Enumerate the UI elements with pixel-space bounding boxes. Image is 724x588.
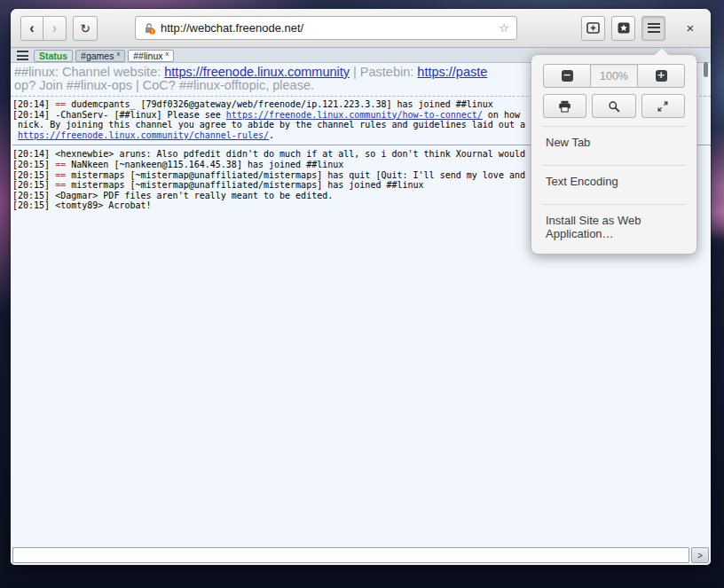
magnifier-icon: [608, 100, 620, 113]
popover-action-row: [543, 94, 685, 118]
close-icon: ×: [687, 20, 695, 35]
url-text: http://webchat.freenode.net/: [161, 21, 303, 35]
message-text: [20:15] <tomty89> Acrobat!: [12, 200, 152, 210]
channel-tab-status[interactable]: Status: [34, 50, 73, 62]
browser-headerbar: ‹ › ↻ http://: [11, 9, 711, 48]
hamburger-menu-icon: [648, 23, 660, 33]
tab-label: #games: [81, 51, 114, 62]
webchat-options-icon[interactable]: [17, 51, 28, 60]
message-text: [20:14]: [12, 99, 55, 109]
insecure-lock-warning-icon: [143, 22, 155, 35]
back-icon: ‹: [29, 20, 34, 36]
message-text: [20:15]: [12, 170, 55, 180]
message-text: [20:15]: [12, 160, 55, 169]
channel-tab-games[interactable]: #gamesx: [75, 50, 125, 62]
zoom-level: 100%: [591, 64, 637, 88]
channel-tab-linux[interactable]: ##linuxx: [128, 50, 174, 62]
message-text: dudemcpants_ [79df0326@gateway/web/freen…: [66, 99, 493, 109]
composer-row: >: [12, 547, 709, 563]
forward-icon: ›: [52, 20, 57, 36]
topic-text: op? Join ##linux-ops | CoC? ##linux-offt…: [14, 78, 314, 92]
scrollbar-thumb[interactable]: [704, 62, 708, 77]
message-text: NaNkeen [~nankeen@115.164.45.38] has joi…: [66, 160, 343, 169]
reload-button[interactable]: ↻: [73, 16, 98, 41]
menu-item-text-encoding[interactable]: Text Encoding: [531, 166, 696, 196]
zoom-out-icon: −: [562, 70, 573, 82]
bookmarks-button[interactable]: [611, 16, 635, 41]
join-quit-marker: ==: [55, 180, 66, 190]
message-text: nick. By joining this channel you agree …: [12, 120, 525, 129]
desktop: ‹ › ↻ http://: [0, 0, 724, 588]
window-close-button[interactable]: ×: [680, 16, 701, 41]
send-button[interactable]: >: [691, 547, 709, 563]
join-quit-marker: ==: [55, 170, 66, 180]
zoom-in-icon: +: [656, 70, 667, 82]
fullscreen-expand-icon: [657, 100, 669, 113]
zoom-control: − 100% +: [543, 64, 685, 88]
tab-close-icon[interactable]: x: [165, 51, 169, 58]
find-button[interactable]: [592, 94, 635, 118]
menu-item-install-site-as-web-application[interactable]: Install Site as Web Application…: [531, 205, 696, 248]
topic-text: ##linux: Channel website:: [14, 65, 164, 79]
topic-link[interactable]: https://paste: [417, 65, 487, 79]
zoom-out-button[interactable]: −: [543, 64, 591, 88]
fullscreen-button[interactable]: [641, 94, 685, 118]
address-bar[interactable]: http://webchat.freenode.net/ ☆: [135, 16, 517, 40]
tab-label: ##linux: [133, 51, 162, 62]
message-input[interactable]: [12, 547, 689, 563]
new-tab-button[interactable]: [581, 16, 605, 41]
message-text: [20:14] -ChanServ- [##linux] Please see: [12, 110, 226, 120]
message-text: mistermaps [~mistermap@unaffiliated/mist…: [66, 180, 423, 190]
menu-button[interactable]: [641, 16, 665, 41]
message-text: on how: [483, 110, 520, 120]
reload-icon: ↻: [80, 21, 90, 35]
message-text: [20:15]: [12, 180, 55, 190]
topic-text: | Pastebin:: [350, 65, 417, 79]
back-button[interactable]: ‹: [20, 16, 43, 41]
menu-item-new-tab[interactable]: New Tab: [531, 127, 696, 157]
join-quit-marker: ==: [55, 99, 66, 109]
tab-label: Status: [39, 51, 67, 62]
bookmarks-star-icon: [618, 22, 630, 34]
message-text: .: [269, 130, 274, 140]
bookmark-star-icon[interactable]: ☆: [499, 21, 509, 35]
message-text: mistermaps [~mistermap@unaffiliated/mist…: [66, 170, 525, 180]
join-quit-marker: ==: [55, 160, 66, 169]
zoom-in-button[interactable]: +: [637, 64, 685, 88]
topic-link[interactable]: https://freenode.linux.community: [164, 65, 350, 79]
forward-button[interactable]: ›: [43, 16, 67, 41]
message-text: [20:14] <hexnewbie> aruns: Also pdfedit …: [12, 149, 525, 159]
printer-icon: [558, 100, 571, 113]
message-text: [20:15] <Dagmar> PDF files aren't really…: [12, 191, 333, 200]
print-button[interactable]: [543, 94, 586, 118]
message-link[interactable]: https://freenode.linux.community/channel…: [18, 130, 269, 140]
new-tab-icon: [586, 22, 600, 34]
tab-close-icon[interactable]: x: [116, 51, 120, 58]
send-icon: >: [697, 551, 703, 561]
browser-menu-popover: − 100% +: [531, 54, 697, 255]
message-link[interactable]: https://freenode.linux.community/how-to-…: [226, 110, 483, 120]
